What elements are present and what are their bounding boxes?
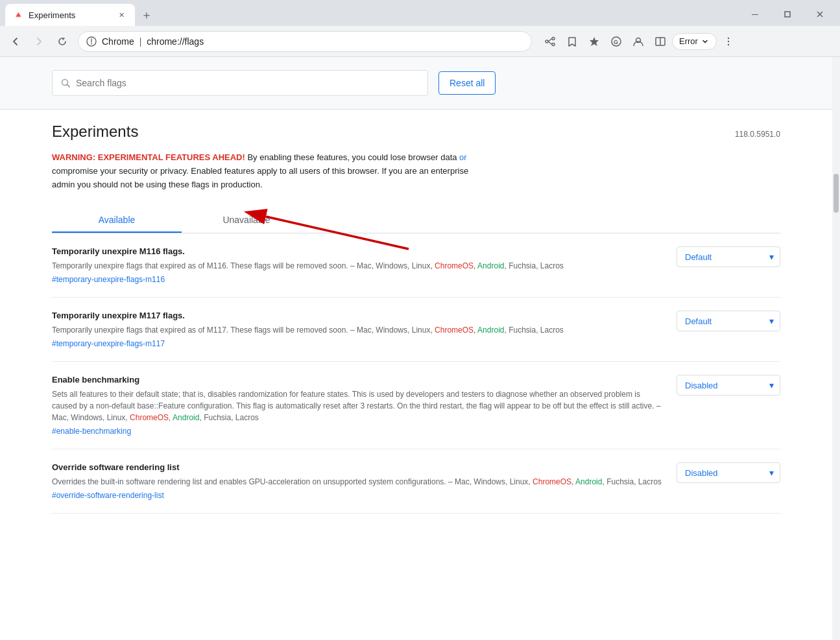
active-tab[interactable]: 🔺 Experiments ✕: [5, 4, 135, 26]
chromeos-label: ChromeOS: [533, 477, 571, 486]
bookmark-button[interactable]: [562, 31, 582, 52]
search-input[interactable]: [76, 78, 420, 88]
menu-button[interactable]: [718, 31, 739, 52]
error-label: Error: [679, 36, 698, 46]
flag-name: Temporarily unexpire M116 flags.: [52, 246, 664, 256]
window-controls: [740, 5, 835, 23]
tab-available[interactable]: Available: [52, 207, 182, 233]
flag-link[interactable]: #temporary-unexpire-flags-m117: [52, 339, 165, 348]
flag-item: Temporarily unexpire M116 flags. Tempora…: [52, 233, 780, 298]
flag-select[interactable]: Default Enabled Disabled: [677, 462, 780, 483]
version-text: 118.0.5951.0: [735, 130, 780, 139]
tab-title: Experiments: [29, 10, 110, 20]
android-label: Android: [173, 413, 199, 422]
extension-button[interactable]: [584, 31, 605, 52]
title-bar: 🔺 Experiments ✕ ＋: [0, 0, 840, 26]
svg-marker-8: [590, 37, 599, 46]
flag-select[interactable]: Default Enabled Disabled: [677, 311, 780, 331]
share-button[interactable]: [540, 31, 560, 52]
flag-name: Enable benchmarking: [52, 375, 664, 385]
flag-link[interactable]: #enable-benchmarking: [52, 427, 131, 436]
navigation-bar: Chrome | chrome://flags G: [0, 26, 840, 57]
android-label: Android: [477, 261, 504, 270]
search-area: Reset all: [0, 57, 832, 110]
new-tab-button[interactable]: ＋: [138, 6, 156, 24]
warning-prefix: WARNING: EXPERIMENTAL FEATURES AHEAD!: [52, 152, 245, 162]
svg-rect-1: [785, 12, 790, 17]
flag-name: Override software rendering list: [52, 462, 664, 472]
select-wrapper: Default Enabled Disabled: [677, 462, 780, 483]
maximize-button[interactable]: [773, 5, 802, 23]
forward-button[interactable]: [29, 31, 49, 52]
flag-desc: Overrides the built-in software renderin…: [52, 476, 664, 488]
select-wrapper: Default Enabled Disabled: [677, 311, 780, 331]
chromeos-label: ChromeOS: [435, 326, 474, 335]
flag-control: Default Enabled Disabled: [677, 375, 780, 396]
svg-point-16: [728, 43, 729, 45]
flag-name: Temporarily unexpire M117 flags.: [52, 311, 664, 320]
scrollbar-thumb[interactable]: [834, 174, 839, 213]
search-icon: [60, 78, 71, 88]
flag-desc: Temporarily unexpire flags that expired …: [52, 260, 664, 272]
flag-item: Override software rendering list Overrid…: [52, 449, 780, 514]
flag-control: Default Enabled Disabled: [677, 246, 780, 267]
flag-info: Temporarily unexpire M117 flags. Tempora…: [52, 311, 664, 348]
flags-page: Reset all Experiments 118.0.5951.0 WARNI…: [0, 57, 832, 552]
page-body: Experiments 118.0.5951.0 WARNING: EXPERI…: [0, 110, 832, 527]
tab-unavailable[interactable]: Unavailable: [182, 207, 311, 233]
address-text: Chrome | chrome://flags: [102, 36, 523, 47]
google-button[interactable]: G: [606, 31, 627, 52]
flag-control: Default Enabled Disabled: [677, 462, 780, 483]
svg-point-14: [728, 37, 729, 38]
toolbar-icons: G Error: [540, 31, 739, 52]
warning-link-or[interactable]: or: [459, 152, 467, 162]
reset-all-button[interactable]: Reset all: [438, 71, 496, 95]
flag-link[interactable]: #override-software-rendering-list: [52, 491, 164, 500]
warning-box: WARNING: EXPERIMENTAL FEATURES AHEAD! By…: [52, 151, 780, 191]
flag-select[interactable]: Default Enabled Disabled: [677, 375, 780, 396]
svg-point-6: [552, 43, 555, 45]
svg-line-18: [67, 84, 69, 87]
search-box[interactable]: [52, 70, 428, 96]
flag-desc: Sets all features to their default state…: [52, 388, 664, 423]
tab-close-button[interactable]: ✕: [115, 9, 127, 21]
flag-link[interactable]: #temporary-unexpire-flags-m116: [52, 275, 165, 284]
split-view-button[interactable]: [650, 31, 671, 52]
android-label: Android: [575, 477, 602, 486]
profile-button[interactable]: [628, 31, 649, 52]
svg-text:G: G: [614, 39, 618, 45]
address-bar[interactable]: Chrome | chrome://flags: [78, 31, 532, 52]
page-title: Experiments: [52, 123, 138, 141]
page-title-row: Experiments 118.0.5951.0: [52, 123, 780, 141]
svg-point-7: [546, 40, 548, 43]
minimize-button[interactable]: [740, 5, 770, 23]
tabs-container: Available Unavailable: [52, 207, 780, 233]
tab-underline: [52, 231, 182, 233]
browser-frame: 🔺 Experiments ✕ ＋: [0, 0, 840, 640]
select-wrapper: Default Enabled Disabled: [677, 375, 780, 396]
flag-info: Override software rendering list Overrid…: [52, 462, 664, 500]
svg-point-15: [728, 40, 729, 41]
flag-select[interactable]: Default Enabled Disabled: [677, 246, 780, 267]
svg-point-5: [552, 37, 555, 40]
scrollbar-track[interactable]: [832, 57, 840, 640]
flag-desc: Temporarily unexpire flags that expired …: [52, 324, 664, 336]
security-icon: [86, 36, 97, 47]
page-main: Reset all Experiments 118.0.5951.0 WARNI…: [0, 57, 832, 640]
flag-info: Temporarily unexpire M116 flags. Tempora…: [52, 246, 664, 284]
flag-control: Default Enabled Disabled: [677, 311, 780, 331]
flag-info: Enable benchmarking Sets all features to…: [52, 375, 664, 436]
tab-strip: 🔺 Experiments ✕ ＋: [5, 4, 156, 26]
chromeos-label: ChromeOS: [435, 261, 474, 270]
flag-list: Temporarily unexpire M116 flags. Tempora…: [52, 233, 780, 514]
close-button[interactable]: [805, 5, 835, 23]
error-button[interactable]: Error: [672, 33, 717, 50]
reload-button[interactable]: [52, 31, 73, 52]
flag-item: Enable benchmarking Sets all features to…: [52, 362, 780, 449]
page-content: Reset all Experiments 118.0.5951.0 WARNI…: [0, 57, 840, 640]
chromeos-label: ChromeOS: [130, 413, 169, 422]
tabs-row: Available Unavailable: [52, 207, 780, 233]
back-button[interactable]: [5, 31, 26, 52]
android-label: Android: [477, 326, 504, 335]
select-wrapper: Default Enabled Disabled: [677, 246, 780, 267]
